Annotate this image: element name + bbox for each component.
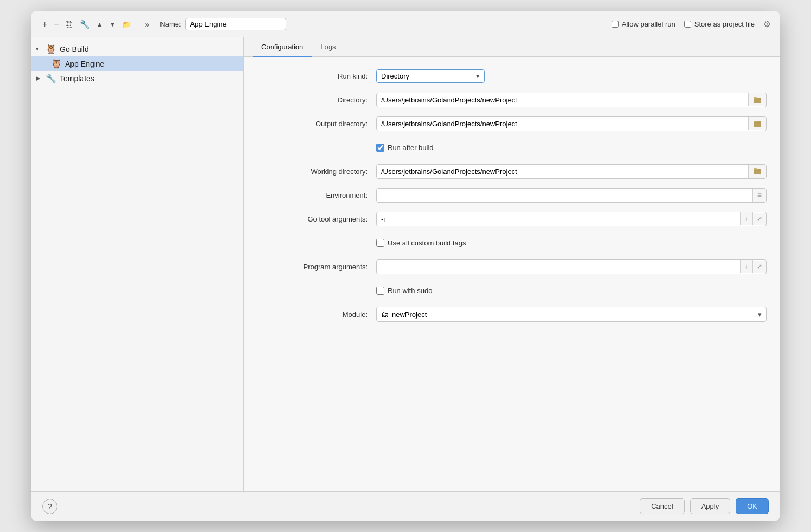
toolbar-separator bbox=[138, 20, 138, 29]
help-button[interactable]: ? bbox=[42, 499, 57, 514]
run-sudo-row: Run with sudo bbox=[257, 283, 767, 298]
sidebar-item-app-engine[interactable]: 🦉 App Engine bbox=[31, 56, 243, 71]
program-args-row: Program arguments: + ⤢ bbox=[257, 259, 767, 274]
environment-edit-button[interactable]: ≡ bbox=[752, 189, 766, 202]
module-icon: 🗂 bbox=[381, 310, 389, 319]
go-tool-args-input[interactable] bbox=[377, 212, 740, 226]
output-dir-input[interactable] bbox=[377, 117, 748, 131]
directory-control bbox=[376, 93, 767, 107]
go-tool-args-label: Go tool arguments: bbox=[257, 215, 376, 223]
go-tool-args-expand-button[interactable]: ⤢ bbox=[753, 213, 766, 225]
app-engine-icon: 🦉 bbox=[51, 59, 62, 69]
copy-config-button[interactable]: ⿻ bbox=[63, 19, 75, 30]
run-kind-dropdown[interactable]: Directory ▾ bbox=[376, 69, 485, 83]
custom-tags-checkbox[interactable] bbox=[376, 239, 384, 247]
working-dir-input-group bbox=[376, 164, 767, 179]
working-dir-row: Working directory: bbox=[257, 164, 767, 179]
app-engine-label: App Engine bbox=[65, 60, 104, 68]
folder-button[interactable]: 📁 bbox=[120, 19, 133, 30]
run-after-build-row: Run after build bbox=[257, 140, 767, 155]
tab-logs[interactable]: Logs bbox=[312, 37, 344, 57]
cancel-button[interactable]: Cancel bbox=[640, 498, 684, 514]
svg-rect-3 bbox=[754, 121, 757, 122]
go-tool-args-action-buttons: + ⤢ bbox=[740, 212, 766, 225]
allow-parallel-checkbox-row[interactable]: Allow parallel run bbox=[612, 20, 675, 28]
module-row: Module: 🗂 newProject ▾ bbox=[257, 307, 767, 322]
add-config-button[interactable]: + bbox=[40, 18, 49, 30]
module-arrow-icon: ▾ bbox=[758, 310, 762, 319]
program-args-action-buttons: + ⤢ bbox=[740, 260, 766, 273]
program-args-control: + ⤢ bbox=[376, 259, 767, 274]
output-dir-row: Output directory: bbox=[257, 116, 767, 131]
settings-icon[interactable]: ⚙ bbox=[763, 19, 771, 29]
go-tool-args-add-button[interactable]: + bbox=[741, 212, 753, 225]
run-kind-row: Run kind: Directory ▾ bbox=[257, 68, 767, 83]
expand-arrow-templates: ▶ bbox=[36, 75, 43, 82]
store-project-label: Store as project file bbox=[694, 20, 755, 28]
directory-label: Directory: bbox=[257, 96, 376, 104]
output-dir-control bbox=[376, 116, 767, 131]
dialog-header: + − ⿻ 🔧 ▲ ▼ 📁 » Name: Allow parallel run… bbox=[31, 11, 780, 37]
templates-icon: 🔧 bbox=[46, 73, 56, 83]
directory-row: Directory: bbox=[257, 92, 767, 107]
program-args-add-button[interactable]: + bbox=[741, 260, 753, 273]
ok-button[interactable]: OK bbox=[736, 498, 769, 514]
run-debug-config-dialog: + − ⿻ 🔧 ▲ ▼ 📁 » Name: Allow parallel run… bbox=[31, 11, 780, 521]
allow-parallel-checkbox[interactable] bbox=[612, 21, 619, 28]
go-tool-args-row: Go tool arguments: + ⤢ bbox=[257, 211, 767, 226]
environment-label: Environment: bbox=[257, 191, 376, 199]
run-after-build-checkbox[interactable] bbox=[376, 144, 384, 152]
custom-tags-checkbox-label[interactable]: Use all custom build tags bbox=[376, 239, 466, 247]
name-input[interactable] bbox=[185, 18, 286, 30]
config-panel: Run kind: Directory ▾ Directory: bbox=[244, 57, 780, 491]
directory-input[interactable] bbox=[377, 93, 748, 107]
apply-button[interactable]: Apply bbox=[690, 498, 731, 514]
go-tool-args-input-group: + ⤢ bbox=[376, 212, 767, 226]
working-dir-input[interactable] bbox=[377, 165, 748, 178]
run-sudo-control: Run with sudo bbox=[376, 287, 767, 295]
templates-label: Templates bbox=[60, 74, 94, 83]
run-kind-label: Run kind: bbox=[257, 72, 376, 80]
working-dir-folder-button[interactable] bbox=[748, 165, 766, 178]
edit-config-button[interactable]: 🔧 bbox=[78, 18, 92, 30]
sidebar-item-templates[interactable]: ▶ 🔧 Templates bbox=[31, 71, 243, 86]
move-down-button[interactable]: ▼ bbox=[107, 20, 118, 29]
working-dir-label: Working directory: bbox=[257, 167, 376, 176]
module-value: newProject bbox=[392, 310, 427, 319]
run-kind-value: Directory bbox=[381, 72, 409, 80]
move-up-button[interactable]: ▲ bbox=[94, 20, 105, 29]
output-dir-label: Output directory: bbox=[257, 120, 376, 128]
module-control: 🗂 newProject ▾ bbox=[376, 307, 767, 322]
run-sudo-checkbox[interactable] bbox=[376, 287, 384, 295]
store-project-checkbox[interactable] bbox=[684, 21, 691, 28]
module-dropdown[interactable]: 🗂 newProject ▾ bbox=[376, 307, 767, 322]
sidebar-item-go-build[interactable]: ▾ 🦉 Go Build bbox=[31, 42, 243, 56]
toolbar: + − ⿻ 🔧 ▲ ▼ 📁 » bbox=[40, 18, 151, 30]
go-tool-args-control: + ⤢ bbox=[376, 212, 767, 226]
custom-tags-row: Use all custom build tags bbox=[257, 235, 767, 250]
environment-input-group: ≡ bbox=[376, 188, 767, 203]
svg-rect-1 bbox=[754, 97, 757, 99]
run-sudo-label: Run with sudo bbox=[388, 287, 432, 295]
name-label: Name: bbox=[160, 20, 181, 28]
more-button[interactable]: » bbox=[143, 19, 151, 30]
program-args-input[interactable] bbox=[377, 260, 740, 274]
tab-configuration[interactable]: Configuration bbox=[253, 37, 312, 57]
tabs: Configuration Logs bbox=[244, 37, 780, 57]
run-sudo-checkbox-label[interactable]: Run with sudo bbox=[376, 287, 432, 295]
go-build-label: Go Build bbox=[60, 45, 89, 54]
store-project-checkbox-row[interactable]: Store as project file bbox=[684, 20, 755, 28]
directory-folder-button[interactable] bbox=[748, 93, 766, 106]
dialog-footer: ? Cancel Apply OK bbox=[31, 491, 780, 521]
directory-input-group bbox=[376, 93, 767, 107]
output-dir-folder-button[interactable] bbox=[748, 117, 766, 130]
run-after-build-checkbox-label[interactable]: Run after build bbox=[376, 144, 434, 152]
remove-config-button[interactable]: − bbox=[52, 18, 61, 30]
program-args-expand-button[interactable]: ⤢ bbox=[753, 261, 766, 273]
output-dir-input-group bbox=[376, 116, 767, 131]
environment-input[interactable] bbox=[377, 189, 752, 202]
custom-tags-label: Use all custom build tags bbox=[388, 239, 466, 247]
header-right: Allow parallel run Store as project file… bbox=[612, 19, 771, 29]
dialog-body: ▾ 🦉 Go Build 🦉 App Engine ▶ 🔧 Templates … bbox=[31, 37, 780, 491]
expand-arrow-go-build: ▾ bbox=[36, 46, 43, 53]
